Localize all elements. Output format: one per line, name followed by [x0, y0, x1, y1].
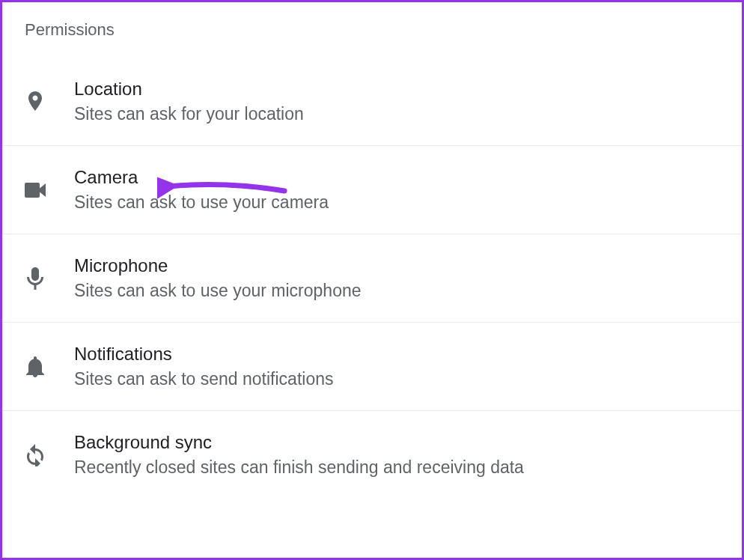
section-title: Permissions [2, 2, 742, 58]
permission-text: Microphone Sites can ask to use your mic… [74, 255, 362, 301]
permission-item-background-sync[interactable]: Background sync Recently closed sites ca… [2, 410, 742, 499]
permission-text: Location Sites can ask for your location [74, 79, 304, 124]
permission-text: Background sync Recently closed sites ca… [74, 432, 524, 478]
permission-item-camera[interactable]: Camera Sites can ask to use your camera [2, 145, 742, 234]
permission-text: Notifications Sites can ask to send noti… [74, 344, 333, 389]
permission-title: Microphone [74, 255, 362, 276]
permission-title: Location [74, 79, 304, 100]
permission-description: Sites can ask for your location [74, 104, 304, 124]
permission-list: Location Sites can ask for your location… [2, 58, 742, 499]
bell-icon [25, 356, 46, 377]
sync-icon [25, 445, 46, 466]
camera-icon [25, 180, 46, 201]
permissions-panel: Permissions Location Sites can ask for y… [0, 0, 744, 560]
microphone-icon [25, 268, 46, 289]
permission-description: Sites can ask to use your microphone [74, 281, 362, 301]
permission-item-notifications[interactable]: Notifications Sites can ask to send noti… [2, 322, 742, 410]
permission-title: Camera [74, 167, 329, 188]
permission-title: Background sync [74, 432, 524, 453]
permission-title: Notifications [74, 344, 333, 365]
permission-description: Recently closed sites can finish sending… [74, 457, 524, 478]
permission-item-microphone[interactable]: Microphone Sites can ask to use your mic… [2, 234, 742, 322]
permission-item-location[interactable]: Location Sites can ask for your location [2, 58, 742, 145]
permission-description: Sites can ask to use your camera [74, 192, 329, 213]
permission-description: Sites can ask to send notifications [74, 369, 333, 389]
location-icon [25, 91, 46, 112]
permission-text: Camera Sites can ask to use your camera [74, 167, 329, 213]
